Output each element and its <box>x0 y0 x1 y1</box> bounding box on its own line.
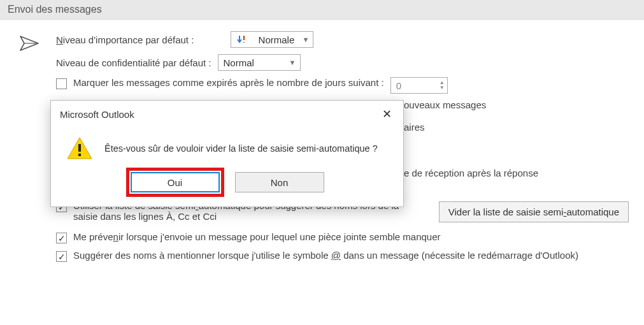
dialog-title: Microsoft Outlook <box>60 109 134 120</box>
confidentiality-label: Niveau de confidentialité par défaut : <box>56 57 211 68</box>
dialog-message: Êtes-vous sûr de vouloir vider la liste … <box>104 143 378 154</box>
warn-missing-attachment-label: Me prévenir lorsque j'envoie un message … <box>73 231 441 242</box>
peek-reception: e de réception après la réponse <box>404 168 538 178</box>
peek-aires: aires <box>404 122 425 133</box>
section-header: Envoi des messages <box>0 0 644 20</box>
dialog-yes-label: Oui <box>168 177 182 188</box>
confidentiality-value: Normal <box>224 57 254 68</box>
expire-days-value: 0 <box>396 80 401 91</box>
peek-new-messages: ouveaux messages <box>404 99 486 110</box>
expire-checkbox[interactable] <box>56 78 67 89</box>
svg-rect-2 <box>78 154 81 156</box>
dialog-no-label: Non <box>271 177 289 188</box>
importance-select[interactable]: Normale ▼ <box>231 31 313 48</box>
dialog-yes-button[interactable]: Oui <box>131 172 220 192</box>
chevron-down-icon: ▼ <box>289 59 296 66</box>
clear-autocomplete-button[interactable]: Vider la liste de saisie semi-automatiqu… <box>439 201 629 222</box>
dialog-no-button[interactable]: Non <box>235 172 324 192</box>
suggest-at-label: Suggérer des noms à mentionner lorsque j… <box>73 250 578 261</box>
chevron-down-icon: ▼ <box>302 36 309 43</box>
close-icon[interactable]: ✕ <box>378 106 396 122</box>
expire-label: Marquer les messages comme expirés après… <box>73 77 384 88</box>
importance-icon <box>236 34 247 45</box>
warning-icon <box>66 136 93 161</box>
section-title: Envoi des messages <box>8 4 102 15</box>
confidentiality-select[interactable]: Normal ▼ <box>218 54 301 71</box>
suggest-at-checkbox[interactable] <box>56 251 67 262</box>
importance-label: Niveau d'importance par défaut : <box>56 34 194 45</box>
svg-rect-1 <box>78 144 81 152</box>
expire-days-spinner[interactable]: 0 ▲▼ <box>390 77 448 94</box>
importance-value: Normale <box>259 34 295 45</box>
send-icon <box>19 34 41 55</box>
spinner-arrows-icon: ▲▼ <box>440 80 445 90</box>
confirm-dialog: Microsoft Outlook ✕ Êtes-vous sûr de vou… <box>50 100 404 207</box>
warn-missing-attachment-checkbox[interactable] <box>56 233 67 243</box>
